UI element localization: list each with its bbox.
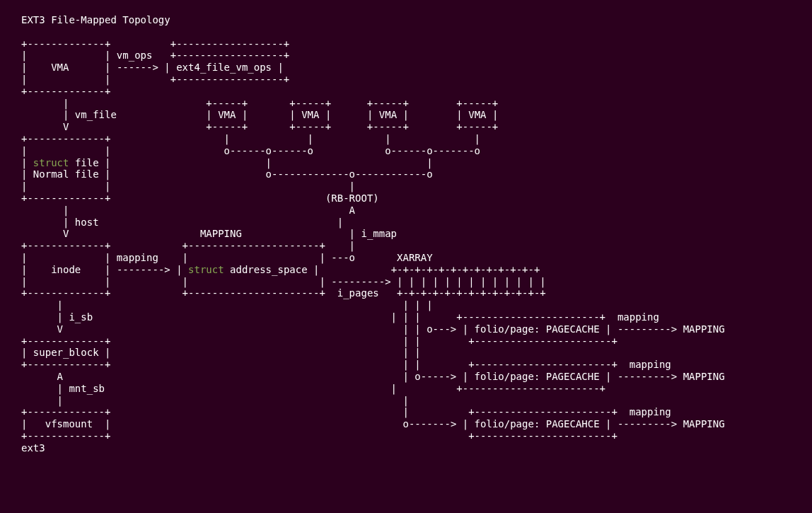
struct-keyword-2: struct — [188, 264, 224, 275]
mnt-sb-label: mnt_sb — [69, 383, 105, 394]
vm-ops-label: vm_ops — [117, 50, 153, 61]
file-label: file — [75, 157, 99, 168]
i-sb-label: i_sb — [69, 311, 93, 323]
ascii-diagram: EXT3 File-Mapped Topology +-------------… — [0, 0, 812, 468]
ext3-label: ext3 — [21, 442, 45, 454]
mapping-out-1: mapping — [617, 311, 659, 323]
folio-1: folio/page: PAGECACHE — [475, 323, 600, 335]
vma-box-5: VMA — [468, 109, 486, 120]
mapping-label: mapping — [117, 252, 158, 263]
mapping-out-2: mapping — [630, 359, 671, 370]
rb-root-label: (RB-ROOT) — [325, 192, 379, 204]
folio-3: folio/page: PAGECAHCE — [475, 418, 600, 430]
super-block-box: super_block — [33, 347, 99, 358]
mapping-target-1: MAPPING — [683, 323, 725, 335]
vfsmount-box: vfsmount — [45, 418, 93, 430]
struct-keyword-1: struct — [33, 157, 69, 168]
mapping-out-3: mapping — [630, 406, 671, 417]
inode-box: inode — [51, 264, 81, 275]
vma-box: VMA — [51, 62, 69, 73]
folio-2: folio/page: PAGECACHE — [475, 371, 600, 382]
address-space-box: address_space — [230, 264, 308, 275]
mapping-target-3: MAPPING — [683, 418, 725, 430]
mapping-target-2: MAPPING — [683, 371, 725, 382]
i-mmap-label: i_mmap — [361, 228, 397, 239]
diagram-title: EXT3 File-Mapped Topology — [21, 14, 170, 25]
xarray-label: XARRAY — [397, 252, 433, 263]
host-label: host — [75, 217, 99, 228]
i-pages-label: i_pages — [337, 287, 379, 299]
vma-box-3: VMA — [301, 109, 319, 120]
normal-file-label: Normal file — [33, 168, 99, 180]
vm-file-label: vm_file — [75, 109, 117, 120]
ext4-ops-box: ext4_file_vm_ops — [176, 62, 272, 73]
vma-box-4: VMA — [379, 109, 397, 120]
mapping-header: MAPPING — [200, 228, 242, 239]
vma-box-2: VMA — [218, 109, 236, 120]
